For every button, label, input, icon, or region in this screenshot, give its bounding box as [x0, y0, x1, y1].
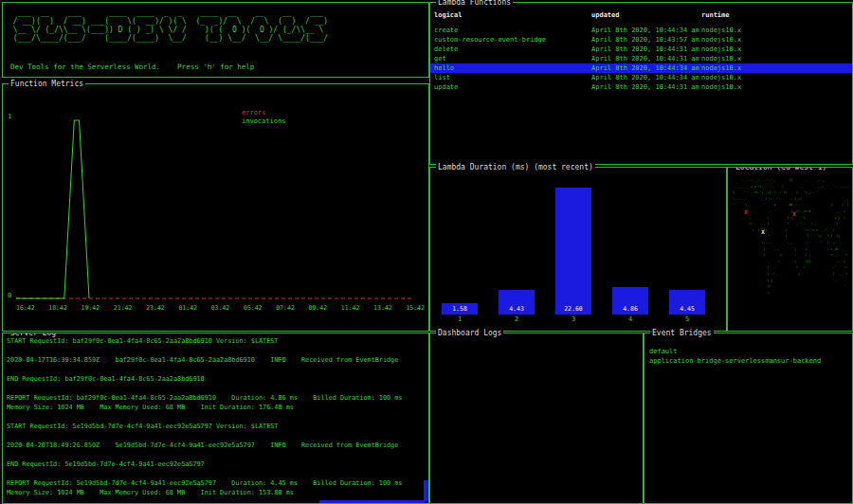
table-row[interactable]: listApril 8th 2020, 10:44:34 amnodejs10.…: [430, 73, 852, 82]
log-line: REPORT RequestId: 5e19d5bd-7d7e-4cf4-9a4…: [7, 478, 420, 497]
cell-logical: delete: [434, 45, 591, 54]
log-line: 2020-04-20T18:49:26.850Z 5e19d5bd-7d7e-4…: [7, 441, 420, 450]
server-log-lines: START RequestId: baf29f0c-0ea1-4fa4-8c65…: [7, 336, 420, 497]
x-tick-label: 01:42: [178, 304, 197, 312]
log-line: START RequestId: 5e19d5bd-7d7e-4cf4-9a41…: [7, 422, 420, 431]
table-row[interactable]: updateApril 8th 2020, 10:44:31 amnodejs1…: [430, 82, 852, 92]
server-log-panel: Server Log START RequestId: baf29f0c-0ea…: [2, 333, 429, 504]
x-tick-label: 15:42: [406, 304, 425, 312]
x-tick-label: 07:42: [276, 304, 295, 312]
cell-updated: April 8th 2020, 10:44:31 am: [591, 82, 701, 92]
vertical-scrollbar-thumb[interactable]: [424, 480, 428, 501]
map-marker: X: [792, 210, 796, 217]
bar-tick-label: 4: [628, 315, 632, 325]
map-markers-layer: XXX: [728, 168, 852, 331]
sls-dev-tools-ascii-logo: ___ __ ___ ____ ____ _ _ ____ __ __ __ _…: [9, 9, 328, 43]
bar-value-label: 4.43: [499, 304, 535, 315]
map-marker: X: [744, 208, 748, 215]
cell-logical: create: [434, 26, 591, 35]
table-row[interactable]: createApril 8th 2020, 10:44:34 amnodejs1…: [430, 26, 852, 35]
event-bridge-item[interactable]: application-bridge-serverlessmansur-back…: [649, 356, 848, 366]
function-metrics-title: Function Metrics: [9, 79, 85, 89]
x-tick-label: 03:42: [211, 304, 230, 312]
horizontal-scrollbar-thumb[interactable]: [319, 500, 426, 503]
x-tick-label: 18:42: [48, 304, 67, 312]
x-tick-label: 16:42: [16, 304, 35, 312]
bar-column: 4.864: [612, 179, 648, 325]
log-line: REPORT RequestId: baf29f0c-0ea1-4fa4-8c6…: [7, 393, 420, 412]
duration-bar-chart: 1.5814.43222.6034.8644.455: [442, 179, 718, 325]
bar-value-label: 4.45: [669, 304, 705, 315]
x-tick-label: 05:42: [244, 304, 263, 312]
log-blank-line: [7, 431, 420, 441]
log-line: 2020-04-17T16:39:34.859Z baf29f0c-0ea1-4…: [7, 355, 420, 365]
cell-logical: hello: [434, 63, 591, 73]
log-blank-line: [7, 412, 420, 422]
event-bridge-item[interactable]: default: [649, 347, 848, 356]
event-bridges-list: defaultapplication-bridge-serverlessmans…: [649, 347, 848, 366]
dashboard-logs-panel: Dashboard Logs: [429, 333, 644, 504]
table-row[interactable]: getApril 8th 2020, 10:44:31 amnodejs10.x: [430, 54, 852, 63]
x-tick-label: 09:42: [309, 304, 328, 312]
table-header: logical updated runtime: [430, 10, 852, 20]
lambda-functions-title: Lambda Functions: [436, 0, 513, 8]
cell-logical: update: [434, 82, 591, 92]
x-tick-label: 11:42: [341, 304, 360, 312]
log-blank-line: [7, 469, 420, 478]
bar-value-label: 4.86: [612, 304, 648, 315]
duration-bar: 1.58: [442, 303, 478, 315]
cell-runtime: nodejs10.x: [701, 35, 848, 45]
cell-runtime: nodejs10.x: [701, 73, 848, 82]
lambda-duration-title: Lambda Duration (ms) (most recent): [436, 162, 595, 172]
bar-value-label: 1.58: [442, 304, 478, 315]
logo-panel: ___ __ ___ ____ ____ _ _ ____ __ __ __ _…: [2, 2, 429, 78]
log-line: START RequestId: baf29f0c-0ea1-4fa4-8c65…: [7, 336, 420, 346]
bar-column: 1.581: [442, 179, 478, 325]
bar-value-label: 22.60: [555, 304, 591, 315]
table-row[interactable]: helloApril 8th 2020, 10:44:34 amnodejs10…: [430, 63, 852, 73]
bar-column: 22.603: [555, 179, 591, 325]
duration-bar: 22.60: [555, 188, 591, 315]
table-row[interactable]: custom-resource-event-bridgeApril 8th 20…: [430, 35, 852, 45]
column-header-updated: updated: [591, 10, 701, 20]
log-blank-line: [7, 450, 420, 459]
cell-logical: get: [434, 54, 591, 63]
cell-updated: April 8th 2020, 10:44:34 am: [591, 63, 701, 73]
cell-runtime: nodejs10.x: [701, 45, 848, 54]
metrics-line-chart: [9, 109, 422, 308]
location-map-panel: Location (eu-west-1) . _..::__: ,-"-"._ …: [727, 167, 853, 332]
column-header-runtime: runtime: [701, 10, 848, 20]
dashboard-logs-title: Dashboard Logs: [436, 328, 503, 338]
cell-runtime: nodejs10.x: [701, 63, 848, 73]
function-metrics-panel: Function Metrics 1 0 errors invocations …: [2, 83, 429, 332]
column-header-logical: logical: [434, 10, 591, 20]
log-line: END RequestId: 5e19d5bd-7d7e-4cf4-9a41-e…: [7, 459, 420, 469]
cell-runtime: nodejs10.x: [701, 26, 848, 35]
cell-logical: custom-resource-event-bridge: [434, 35, 591, 45]
bar-column: 4.455: [669, 179, 705, 325]
log-line: END RequestId: baf29f0c-0ea1-4fa4-8c65-2…: [7, 374, 420, 384]
map-marker: X: [761, 228, 765, 235]
event-bridges-title: Event Bridges: [650, 328, 714, 338]
cell-runtime: nodejs10.x: [701, 54, 848, 63]
lambda-duration-panel: Lambda Duration (ms) (most recent) 1.581…: [429, 167, 727, 332]
cell-updated: April 8th 2020, 10:44:31 am: [591, 54, 701, 63]
log-blank-line: [7, 346, 420, 355]
cell-updated: April 8th 2020, 10:44:31 am: [591, 45, 701, 54]
tagline: Dev Tools for the Serverless World. Pres…: [10, 63, 254, 71]
bar-column: 4.432: [499, 179, 535, 325]
log-blank-line: [7, 384, 420, 393]
bar-tick-label: 3: [572, 315, 575, 325]
x-tick-label: 23:42: [146, 304, 165, 312]
duration-bar: 4.45: [669, 290, 705, 315]
log-blank-line: [7, 365, 420, 374]
duration-bar: 4.43: [499, 290, 535, 315]
series-invocations: [16, 120, 89, 298]
cell-logical: list: [434, 73, 591, 82]
bar-tick-label: 2: [515, 315, 518, 325]
lambda-functions-panel: Lambda Functions logical updated runtime…: [429, 2, 853, 165]
table-row[interactable]: deleteApril 8th 2020, 10:44:31 amnodejs1…: [430, 45, 852, 54]
functions-table-body: createApril 8th 2020, 10:44:34 amnodejs1…: [430, 26, 852, 92]
x-axis-labels: 16:4218:4219:4221:4223:4201:4203:4205:42…: [16, 304, 425, 312]
x-tick-label: 21:42: [114, 304, 133, 312]
